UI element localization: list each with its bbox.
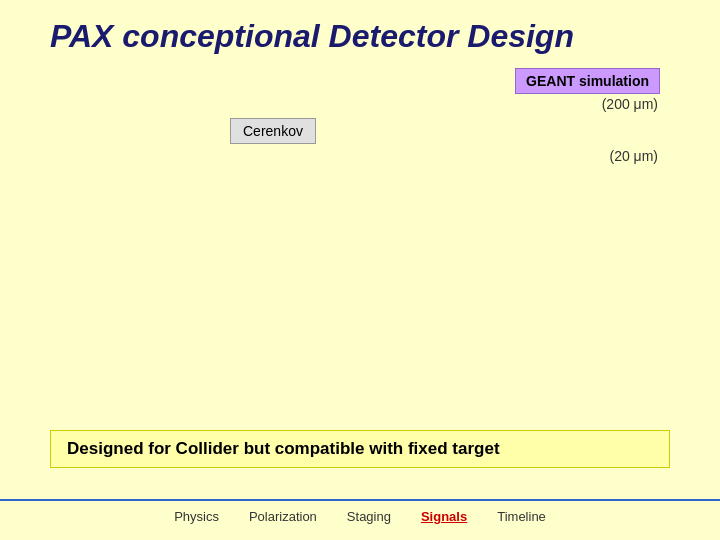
bottom-description: Designed for Collider but compatible wit… <box>50 430 670 468</box>
nav-item-polarization[interactable]: Polarization <box>249 509 317 524</box>
label-20um: (20 μm) <box>609 148 658 164</box>
geant-simulation-box: GEANT simulation <box>515 68 660 94</box>
label-200um: (200 μm) <box>602 96 658 112</box>
nav-item-signals[interactable]: Signals <box>421 509 467 524</box>
cerenkov-label-box: Cerenkov <box>230 118 316 144</box>
slide-title: PAX conceptional Detector Design <box>50 18 574 55</box>
slide: PAX conceptional Detector Design GEANT s… <box>0 0 720 540</box>
bottom-navigation: Physics Polarization Staging Signals Tim… <box>0 499 720 524</box>
nav-item-physics[interactable]: Physics <box>174 509 219 524</box>
nav-item-timeline[interactable]: Timeline <box>497 509 546 524</box>
nav-item-staging[interactable]: Staging <box>347 509 391 524</box>
